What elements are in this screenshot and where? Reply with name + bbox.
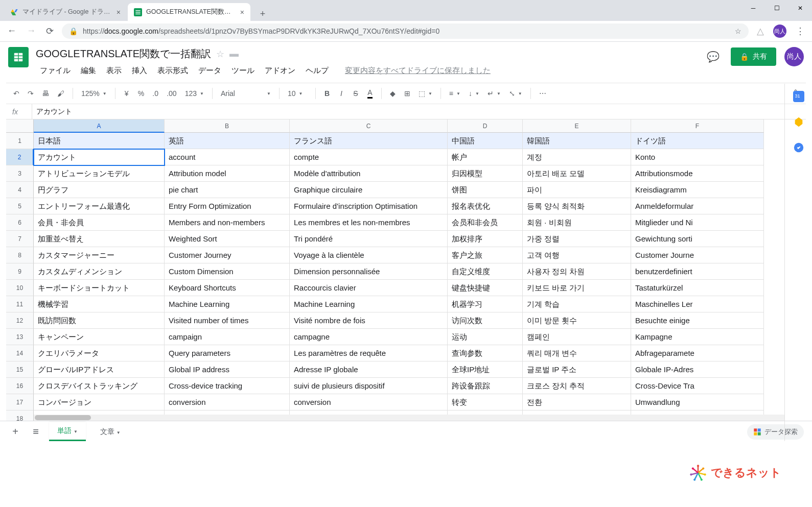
cell[interactable]: Kreisdiagramm	[631, 182, 764, 198]
cell[interactable]: 고객 여행	[523, 247, 631, 263]
cell[interactable]: 키보드 바로 가기	[523, 280, 631, 296]
cell[interactable]: 가중 정렬	[523, 231, 631, 247]
save-status[interactable]: 変更内容をすべてドライブに保存しました	[345, 66, 491, 76]
v-align-button[interactable]: ↓▼	[466, 89, 482, 98]
cell[interactable]: compte	[290, 149, 448, 165]
cell[interactable]: 自定义维度	[448, 263, 523, 280]
cell[interactable]: 客户之旅	[448, 247, 523, 263]
cell[interactable]: 加重並べ替え	[34, 231, 165, 247]
row-header[interactable]: 10	[6, 280, 34, 296]
select-all-corner[interactable]	[6, 119, 34, 133]
row-header[interactable]: 18	[6, 411, 34, 421]
column-header[interactable]: C	[290, 119, 448, 133]
cell[interactable]: Visited number of times	[165, 312, 290, 329]
fill-color-button[interactable]: ◆	[387, 87, 399, 100]
borders-button[interactable]: ⊞	[401, 87, 413, 100]
reload-button[interactable]: ⟳	[46, 26, 54, 37]
h-align-button[interactable]: ≡▼	[446, 89, 463, 98]
column-header[interactable]: D	[448, 119, 523, 133]
cell[interactable]: Cross-Device Tra	[631, 378, 764, 394]
cell[interactable]: 쿼리 매개 변수	[523, 345, 631, 361]
menu-edit[interactable]: 編集	[77, 64, 100, 78]
cell[interactable]: Modèle d'attribution	[290, 165, 448, 182]
cell[interactable]: 饼图	[448, 182, 523, 198]
print-button[interactable]: 🖶	[39, 87, 52, 100]
cell[interactable]: Query parameters	[165, 345, 290, 361]
decrease-decimal-button[interactable]: .0	[149, 87, 161, 100]
paint-format-button[interactable]: 🖌	[54, 87, 67, 100]
row-header[interactable]: 8	[6, 247, 34, 263]
cell[interactable]: Customer Journe	[631, 247, 764, 263]
share-button[interactable]: 🔒 共有	[731, 47, 776, 66]
all-sheets-button[interactable]: ≡	[29, 426, 43, 438]
cell[interactable]: Tastaturkürzel	[631, 280, 764, 296]
cell[interactable]: 사용자 정의 차원	[523, 263, 631, 280]
row-header[interactable]: 17	[6, 394, 34, 411]
browser-tab[interactable]: マイドライブ - Google ドライブ ×	[4, 3, 127, 21]
cell[interactable]: conversion	[290, 394, 448, 411]
back-button[interactable]: ←	[7, 26, 16, 37]
merge-button[interactable]: ⬚▼	[415, 89, 435, 98]
cell[interactable]: Voyage à la clientèle	[290, 247, 448, 263]
row-header[interactable]: 6	[6, 214, 34, 231]
cell[interactable]: Graphique circulaire	[290, 182, 448, 198]
row-header[interactable]: 5	[6, 198, 34, 214]
add-sheet-button[interactable]: +	[8, 426, 22, 438]
browser-tab-active[interactable]: GOOGLETRANSLATE関数で一括翻 ×	[128, 3, 250, 21]
formula-input[interactable]: アカウント	[32, 104, 800, 119]
cell[interactable]: Formulaire d'inscription Optimisation	[290, 198, 448, 214]
menu-icon[interactable]: ⋮	[796, 26, 805, 37]
cell[interactable]: campagne	[290, 329, 448, 345]
new-tab-button[interactable]: +	[256, 7, 270, 21]
cell[interactable]: Raccourcis clavier	[290, 280, 448, 296]
percent-button[interactable]: %	[135, 87, 147, 100]
row-header[interactable]: 12	[6, 312, 34, 329]
row-header[interactable]: 4	[6, 182, 34, 198]
cell[interactable]: Attribution model	[165, 165, 290, 182]
menu-data[interactable]: データ	[194, 64, 225, 78]
menu-addons[interactable]: アドオン	[261, 64, 299, 78]
font-select[interactable]: Arial▼	[218, 89, 274, 98]
italic-button[interactable]: I	[335, 87, 347, 100]
cell[interactable]: 캠페인	[523, 329, 631, 345]
wrap-button[interactable]: ↵▼	[484, 89, 504, 98]
increase-decimal-button[interactable]: .00	[164, 87, 179, 100]
row-header[interactable]: 9	[6, 263, 34, 280]
cell[interactable]: conversion	[165, 394, 290, 411]
cell[interactable]: Mitglieder und Ni	[631, 214, 764, 231]
cell[interactable]: 계정	[523, 149, 631, 165]
forward-button[interactable]: →	[27, 26, 36, 37]
cell[interactable]: キャンペーン	[34, 329, 165, 345]
tasks-icon[interactable]	[793, 142, 804, 153]
minimize-button[interactable]: ─	[741, 0, 765, 16]
cell[interactable]: 아토리 배포 모델	[523, 165, 631, 182]
folder-icon[interactable]: ▬	[229, 49, 239, 59]
spreadsheet-grid[interactable]: ABCDEF1日本語英語フランス語中国語韓国語ドイツ語2アカウントaccount…	[6, 119, 784, 421]
menu-view[interactable]: 表示	[102, 64, 126, 78]
cell[interactable]: Anmeldeformular	[631, 198, 764, 214]
close-button[interactable]: ✕	[788, 0, 812, 16]
row-header[interactable]: 11	[6, 296, 34, 312]
cell[interactable]: 运动	[448, 329, 523, 345]
cell[interactable]: Keyboard Shortcuts	[165, 280, 290, 296]
row-header[interactable]: 7	[6, 231, 34, 247]
cell[interactable]: キーボードショートカット	[34, 280, 165, 296]
column-header[interactable]: B	[165, 119, 290, 133]
drive-icon[interactable]: △	[757, 26, 764, 37]
cell[interactable]: Umwandlung	[631, 394, 764, 411]
cell[interactable]: アトリビューションモデル	[34, 165, 165, 182]
cell[interactable]: account	[165, 149, 290, 165]
cell[interactable]: グローバルIPアドレス	[34, 361, 165, 378]
row-header[interactable]: 16	[6, 378, 34, 394]
cell[interactable]: 转变	[448, 394, 523, 411]
redo-button[interactable]: ↷	[25, 87, 37, 100]
row-header[interactable]: 14	[6, 345, 34, 361]
header-cell[interactable]: 英語	[165, 133, 290, 149]
font-size-select[interactable]: 10▼	[285, 89, 310, 98]
cell[interactable]: Visité nombre de fois	[290, 312, 448, 329]
account-avatar[interactable]: 尚人	[784, 47, 804, 66]
row-header[interactable]: 13	[6, 329, 34, 345]
cell[interactable]: Abfrageparamete	[631, 345, 764, 361]
currency-button[interactable]: ¥	[121, 87, 133, 100]
cell[interactable]: 機械学習	[34, 296, 165, 312]
